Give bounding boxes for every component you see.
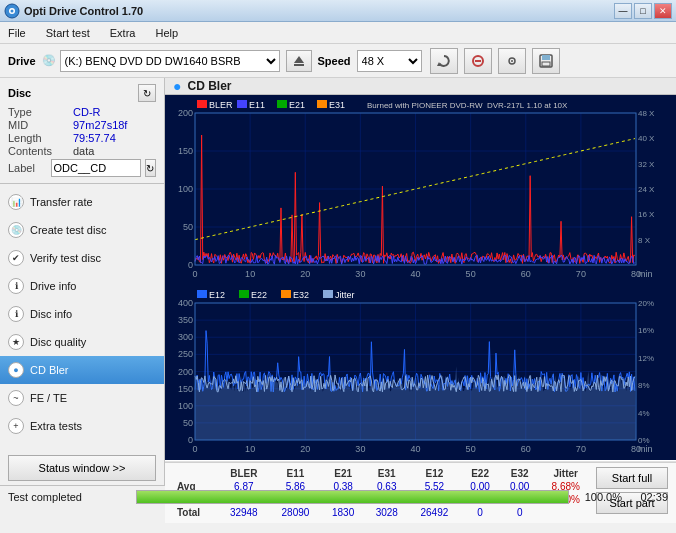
disc-label-label: Label	[8, 162, 47, 174]
total-label: Total	[173, 506, 218, 519]
status-window-button[interactable]: Status window >>	[8, 455, 156, 481]
elapsed-time: 02:39	[630, 491, 668, 503]
chart2	[165, 285, 676, 460]
disc-mid-value: 97m27s18f	[73, 119, 127, 131]
save-button[interactable]	[532, 48, 560, 74]
col-e12: E12	[409, 467, 461, 480]
col-e21: E21	[321, 467, 365, 480]
sidebar: Disc ↻ Type CD-R MID 97m27s18f Length 79…	[0, 78, 165, 485]
cd-bler-icon: ●	[8, 362, 24, 378]
svg-point-9	[511, 60, 513, 62]
content-title: CD Bler	[187, 79, 231, 93]
disc-title: Disc	[8, 87, 31, 99]
settings-button[interactable]	[498, 48, 526, 74]
total-e32: 0	[500, 506, 540, 519]
nav-drive-info[interactable]: ℹ Drive info	[0, 272, 164, 300]
nav-disc-quality-label: Disc quality	[30, 336, 86, 348]
svg-rect-4	[294, 64, 304, 66]
total-e12: 26492	[409, 506, 461, 519]
disc-mid-label: MID	[8, 119, 73, 131]
refresh-button[interactable]	[430, 48, 458, 74]
svg-rect-12	[542, 62, 550, 66]
total-e11: 28090	[270, 506, 322, 519]
transfer-rate-icon: 📊	[8, 194, 24, 210]
disc-section: Disc ↻ Type CD-R MID 97m27s18f Length 79…	[0, 78, 164, 184]
total-e21: 1830	[321, 506, 365, 519]
col-jitter: Jitter	[540, 467, 593, 480]
status-text: Test completed	[8, 491, 128, 503]
drive-hdd-icon: 💿	[42, 54, 56, 67]
stats-total-row: Total 32948 28090 1830 3028 26492 0 0	[173, 506, 592, 519]
nav-extra-tests-label: Extra tests	[30, 420, 82, 432]
total-bler: 32948	[218, 506, 270, 519]
drive-info-icon: ℹ	[8, 278, 24, 294]
verify-test-disc-icon: ✔	[8, 250, 24, 266]
fe-te-icon: ~	[8, 390, 24, 406]
nav-verify-test-disc[interactable]: ✔ Verify test disc	[0, 244, 164, 272]
speed-select[interactable]: 48 X	[357, 50, 422, 72]
drive-select[interactable]: (K:) BENQ DVD DD DW1640 BSRB	[60, 50, 280, 72]
nav-create-test-disc-label: Create test disc	[30, 224, 106, 236]
nav-extra-tests[interactable]: + Extra tests	[0, 412, 164, 440]
status-window-label: Status window >>	[39, 462, 126, 474]
progress-bar-fill	[137, 491, 568, 503]
disc-label-refresh-button[interactable]: ↻	[145, 159, 156, 177]
disc-refresh-button[interactable]: ↻	[138, 84, 156, 102]
maximize-button[interactable]: □	[634, 3, 652, 19]
nav-cd-bler-label: CD Bler	[30, 364, 69, 376]
total-e22: 0	[460, 506, 500, 519]
nav-verify-test-disc-label: Verify test disc	[30, 252, 101, 264]
nav-transfer-rate[interactable]: 📊 Transfer rate	[0, 188, 164, 216]
progress-bar	[136, 490, 569, 504]
eject-button[interactable]	[286, 50, 312, 72]
svg-marker-3	[294, 56, 304, 63]
disc-contents-label: Contents	[8, 145, 73, 157]
svg-rect-11	[542, 55, 550, 60]
chart1	[165, 95, 676, 285]
col-e32: E32	[500, 467, 540, 480]
nav-section: 📊 Transfer rate 💿 Create test disc ✔ Ver…	[0, 184, 164, 451]
cd-bler-header-icon: ●	[173, 78, 181, 94]
svg-point-2	[11, 9, 14, 12]
total-jitter	[540, 506, 593, 519]
window-controls: — □ ✕	[614, 3, 672, 19]
progress-percent: 100.0%	[577, 491, 622, 503]
disc-info-icon: ℹ	[8, 306, 24, 322]
content-area: ● CD Bler	[165, 78, 676, 485]
nav-create-test-disc[interactable]: 💿 Create test disc	[0, 216, 164, 244]
disc-quality-icon: ★	[8, 334, 24, 350]
app-title: Opti Drive Control 1.70	[24, 5, 614, 17]
nav-cd-bler[interactable]: ● CD Bler	[0, 356, 164, 384]
chart2-container	[165, 285, 676, 462]
title-bar: Opti Drive Control 1.70 — □ ✕	[0, 0, 676, 22]
menu-start-test[interactable]: Start test	[42, 25, 94, 41]
content-header: ● CD Bler	[165, 78, 676, 95]
disc-type-value: CD-R	[73, 106, 101, 118]
col-e11: E11	[270, 467, 322, 480]
drive-label: Drive	[8, 55, 36, 67]
chart1-container	[165, 95, 676, 285]
col-e31: E31	[365, 467, 409, 480]
create-test-disc-icon: 💿	[8, 222, 24, 238]
menu-help[interactable]: Help	[151, 25, 182, 41]
extra-tests-icon: +	[8, 418, 24, 434]
minimize-button[interactable]: —	[614, 3, 632, 19]
disc-length-label: Length	[8, 132, 73, 144]
nav-fe-te-label: FE / TE	[30, 392, 67, 404]
erase-button[interactable]	[464, 48, 492, 74]
disc-type-label: Type	[8, 106, 73, 118]
menu-extra[interactable]: Extra	[106, 25, 140, 41]
drive-bar: Drive 💿 (K:) BENQ DVD DD DW1640 BSRB Spe…	[0, 44, 676, 78]
menu-file[interactable]: File	[4, 25, 30, 41]
app-icon	[4, 3, 20, 19]
nav-disc-info-label: Disc info	[30, 308, 72, 320]
main-area: Disc ↻ Type CD-R MID 97m27s18f Length 79…	[0, 78, 676, 485]
nav-disc-quality[interactable]: ★ Disc quality	[0, 328, 164, 356]
nav-disc-info[interactable]: ℹ Disc info	[0, 300, 164, 328]
disc-contents-value: data	[73, 145, 94, 157]
close-button[interactable]: ✕	[654, 3, 672, 19]
charts-area	[165, 95, 676, 462]
nav-fe-te[interactable]: ~ FE / TE	[0, 384, 164, 412]
disc-label-input[interactable]	[51, 159, 141, 177]
start-full-button[interactable]: Start full	[596, 467, 668, 489]
